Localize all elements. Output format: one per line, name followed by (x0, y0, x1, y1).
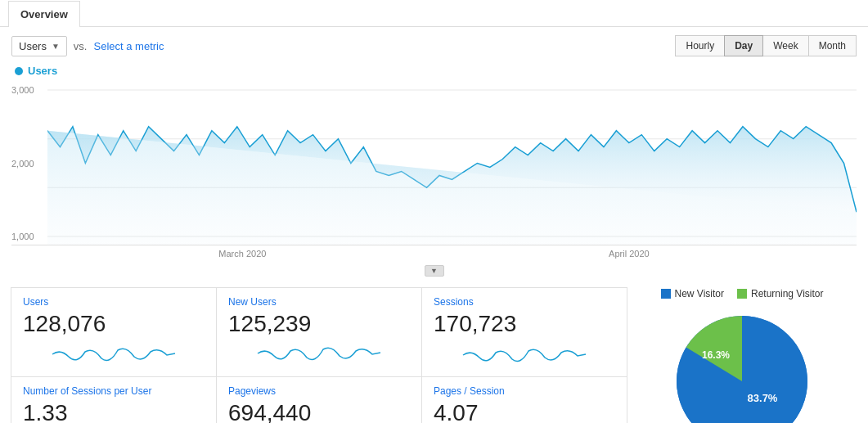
pie-legend: New Visitor Returning Visitor (661, 288, 824, 299)
line-chart: 3,000 2,000 1,000 (11, 82, 857, 245)
metric-card-sessions-per-user: Number of Sessions per User 1.33 (11, 376, 217, 423)
metric-value-users: 128,076 (23, 311, 205, 337)
chart-svg-area (47, 82, 857, 245)
metric-title-pages-per-session[interactable]: Pages / Session (434, 385, 615, 397)
pie-section: New Visitor Returning Visitor (627, 288, 857, 423)
new-visitor-label: New Visitor (675, 288, 724, 299)
time-range-buttons: Hourly Day Week Month (676, 35, 857, 56)
new-visitor-color (661, 289, 671, 299)
metric-value-sessions-per-user: 1.33 (23, 400, 205, 423)
time-btn-hourly[interactable]: Hourly (675, 35, 725, 56)
metric-value-pages-per-session: 4.07 (434, 400, 615, 423)
metric-dropdown-label: Users (19, 40, 47, 52)
x-axis: March 2020 April 2020 (11, 245, 857, 262)
returning-visitor-label: Returning Visitor (751, 288, 824, 299)
metric-card-sessions: Sessions 170,723 (421, 287, 627, 377)
metric-value-pageviews: 694,440 (228, 400, 410, 423)
sparkline-sessions (434, 342, 615, 367)
sparkline-users (23, 342, 205, 367)
metric-title-users[interactable]: Users (23, 296, 205, 308)
collapse-btn-row: ▼ (11, 262, 857, 280)
chart-legend: Users (11, 65, 857, 77)
controls-row: Users ▼ vs. Select a metric Hourly Day W… (0, 27, 868, 65)
metrics-grid: Users 128,076 New Users 125,239 (11, 288, 627, 423)
metric-value-new-users: 125,239 (228, 311, 410, 337)
metric-card-pageviews: Pageviews 694,440 (216, 376, 422, 423)
x-label-march: March 2020 (218, 249, 266, 259)
metric-title-sessions-per-user[interactable]: Number of Sessions per User (23, 385, 205, 397)
pie-legend-returning-visitor: Returning Visitor (737, 288, 824, 299)
svg-text:83.7%: 83.7% (748, 392, 778, 404)
pie-chart: 83.7% 16.3% (668, 308, 816, 423)
y-axis: 3,000 2,000 1,000 (11, 82, 44, 245)
tab-bar: Overview (0, 0, 868, 27)
y-label-3000: 3,000 (11, 85, 44, 95)
metric-title-sessions[interactable]: Sessions (434, 296, 615, 308)
time-btn-month[interactable]: Month (808, 35, 857, 56)
metric-title-pageviews[interactable]: Pageviews (228, 385, 410, 397)
tab-overview[interactable]: Overview (8, 1, 80, 27)
y-label-2000: 2,000 (11, 159, 44, 169)
metric-card-new-users: New Users 125,239 (216, 287, 422, 377)
chart-area: Users 3,000 2,000 1,000 (0, 65, 868, 280)
metric-card-users: Users 128,076 (11, 287, 217, 377)
y-label-1000: 1,000 (11, 232, 44, 241)
left-controls: Users ▼ vs. Select a metric (11, 36, 164, 56)
dropdown-arrow-icon: ▼ (52, 42, 60, 51)
metric-dropdown[interactable]: Users ▼ (11, 36, 67, 56)
users-legend-label: Users (28, 65, 57, 77)
returning-visitor-color (737, 289, 747, 299)
pie-legend-new-visitor: New Visitor (661, 288, 724, 299)
metric-value-sessions: 170,723 (434, 311, 615, 337)
metrics-section: Users 128,076 New Users 125,239 (0, 280, 868, 423)
metric-title-new-users[interactable]: New Users (228, 296, 410, 308)
time-btn-week[interactable]: Week (762, 35, 808, 56)
x-label-april: April 2020 (609, 249, 650, 259)
vs-text: vs. (74, 40, 88, 52)
users-legend-dot (15, 67, 23, 75)
sparkline-new-users (228, 342, 410, 367)
svg-text:16.3%: 16.3% (702, 349, 730, 361)
metric-card-pages-per-session: Pages / Session 4.07 (421, 376, 627, 423)
page-wrapper: Overview Users ▼ vs. Select a metric Hou… (0, 0, 868, 423)
collapse-chart-button[interactable]: ▼ (425, 265, 444, 277)
collapse-arrow-icon: ▼ (430, 267, 438, 275)
select-metric-link[interactable]: Select a metric (93, 40, 164, 52)
time-btn-day[interactable]: Day (724, 35, 763, 56)
